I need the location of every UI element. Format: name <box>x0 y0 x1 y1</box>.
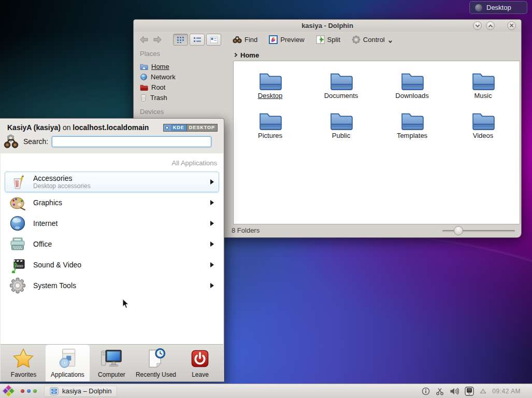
taskbar-task-dolphin[interactable]: kasiya – Dolphin <box>44 386 117 397</box>
control-label: Control <box>363 36 385 44</box>
details-view-button[interactable] <box>206 34 221 46</box>
folder-documents[interactable]: Documents <box>306 68 377 107</box>
computer-icon <box>99 347 123 370</box>
zoom-slider[interactable] <box>442 226 515 235</box>
menu-item-system-tools[interactable]: System Tools <box>5 275 219 296</box>
forward-button[interactable] <box>152 35 163 44</box>
split-button[interactable]: Split <box>316 35 340 44</box>
zoom-slider-track <box>442 230 515 232</box>
user-name: KasiyA (kasiya) <box>7 123 61 132</box>
search-input[interactable] <box>52 136 211 147</box>
control-button[interactable]: Control <box>352 35 392 44</box>
folderview-title: Desktop <box>486 4 511 11</box>
host-name: localhost.localdomain <box>73 123 149 132</box>
list-header: All Applications <box>5 155 219 172</box>
tray-expand-arrow-icon[interactable] <box>480 388 486 394</box>
place-root-label: Root <box>151 83 165 91</box>
titlebar[interactable]: kasiya - Dolphin ✕ <box>134 20 521 32</box>
menu-item-graphics[interactable]: Graphics <box>5 192 219 213</box>
menu-item-office[interactable]: Office <box>5 234 219 254</box>
folder-downloads[interactable]: Downloads <box>377 68 448 107</box>
power-icon <box>188 347 212 370</box>
folder-music[interactable]: Music <box>448 68 519 107</box>
network-globe-icon <box>140 73 148 81</box>
tab-label: Leave <box>192 371 209 378</box>
place-home[interactable]: Home <box>140 61 225 72</box>
device-notifier-icon[interactable] <box>465 387 474 396</box>
dolphin-task-icon <box>50 387 59 395</box>
place-trash-label: Trash <box>150 94 167 102</box>
close-icon: ✕ <box>509 23 514 29</box>
application-list: All Applications Accessories Desktop acc… <box>1 153 223 344</box>
activity-pager[interactable] <box>21 389 37 393</box>
digital-clock[interactable]: 09:42 AM <box>492 388 521 395</box>
menu-item-label: Office <box>33 240 52 248</box>
chevron-down-icon <box>389 39 392 43</box>
breadcrumb-home[interactable]: Home <box>240 51 259 59</box>
folder-view-area: Home Desktop Documents Downloads Mus <box>225 48 521 237</box>
preview-button[interactable]: Preview <box>269 35 304 44</box>
folder-label: Videos <box>473 132 494 139</box>
menu-item-sound-video[interactable]: Sound & Video <box>5 254 219 275</box>
compact-view-button[interactable] <box>190 34 205 46</box>
pager-dot[interactable] <box>27 389 31 393</box>
pager-dot[interactable] <box>21 389 24 393</box>
devices-header: Devices <box>140 108 225 116</box>
folder-public[interactable]: Public <box>306 108 377 147</box>
folder-icon <box>400 110 424 130</box>
place-home-label: Home <box>151 63 169 70</box>
office-typewriter-icon <box>9 236 26 252</box>
menu-item-label: Accessories <box>33 174 91 182</box>
submenu-arrow-icon <box>210 221 214 226</box>
folder-icon <box>471 70 495 90</box>
folder-pictures[interactable]: Pictures <box>235 108 306 147</box>
find-button[interactable]: Find <box>233 36 257 44</box>
desktop-folderview-widget[interactable]: Desktop <box>469 1 527 14</box>
preview-label: Preview <box>280 36 304 44</box>
tab-recently-used[interactable]: Recently Used <box>134 345 178 381</box>
folder-videos[interactable]: Videos <box>448 108 519 147</box>
preview-icon <box>269 35 278 44</box>
tab-computer[interactable]: Computer <box>90 345 134 381</box>
close-button[interactable]: ✕ <box>507 21 516 30</box>
folder-viewport[interactable]: Desktop Documents Downloads Music Pictur… <box>233 61 520 224</box>
notifications-info-icon[interactable] <box>422 387 430 395</box>
folder-desktop[interactable]: Desktop <box>235 68 306 107</box>
system-tools-gear-icon <box>9 277 26 294</box>
submenu-arrow-icon <box>210 262 214 267</box>
search-binoculars-icon <box>3 134 20 149</box>
tab-applications[interactable]: Applications <box>46 345 90 381</box>
place-trash[interactable]: Trash <box>140 92 225 103</box>
submenu-arrow-icon <box>210 283 214 288</box>
zoom-slider-handle[interactable] <box>454 226 463 235</box>
menu-item-internet[interactable]: Internet <box>5 213 219 234</box>
kde-logo-icon <box>164 124 171 131</box>
taskbar-panel: kasiya – Dolphin 09:42 AM <box>0 383 532 398</box>
tab-favorites[interactable]: Favorites <box>2 345 46 381</box>
maximize-button[interactable] <box>486 21 495 30</box>
folder-templates[interactable]: Templates <box>377 108 448 147</box>
icons-view-button[interactable] <box>173 34 188 46</box>
folder-icon <box>329 110 353 130</box>
folderview-handle-icon <box>475 4 482 11</box>
pager-dot[interactable] <box>33 389 37 393</box>
volume-icon[interactable] <box>450 387 459 395</box>
menu-item-accessories[interactable]: Accessories Desktop accessories <box>5 172 219 192</box>
internet-globe-icon <box>9 215 26 232</box>
kickoff-menu: KasiyA (kasiya) on localhost.localdomain… <box>0 118 224 382</box>
tab-leave[interactable]: Leave <box>178 345 222 381</box>
binoculars-icon <box>233 36 242 44</box>
place-network[interactable]: Network <box>140 72 225 82</box>
breadcrumb[interactable]: Home <box>225 48 521 60</box>
klipper-scissors-icon[interactable] <box>436 387 444 395</box>
minimize-button[interactable] <box>473 21 482 30</box>
recent-document-clock-icon <box>144 347 168 370</box>
window-title: kasiya - Dolphin <box>301 22 353 30</box>
back-button[interactable] <box>139 35 149 44</box>
menu-item-label: System Tools <box>33 281 76 290</box>
tab-label: Applications <box>51 371 84 378</box>
place-root[interactable]: Root <box>140 82 225 92</box>
submenu-arrow-icon <box>210 179 214 184</box>
app-launcher-button[interactable] <box>3 386 15 397</box>
folder-label: Music <box>475 92 492 100</box>
